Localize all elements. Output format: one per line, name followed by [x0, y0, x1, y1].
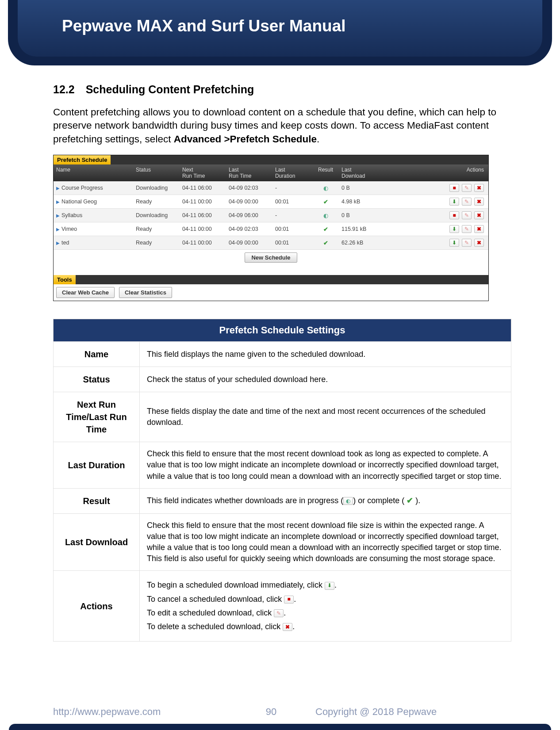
download-icon[interactable]: ⬇	[449, 198, 459, 206]
cell-download: 0 B	[339, 182, 387, 194]
cell-actions: ⬇✎✖	[387, 195, 488, 208]
edit-icon[interactable]: ✎	[462, 198, 472, 206]
cell-actions: ■✎✖	[387, 181, 488, 195]
ss-rows: ▶Course ProgressDownloading04-11 06:0004…	[54, 181, 488, 250]
ss-gap	[54, 265, 488, 275]
page: Pepwave MAX and Surf User Manual 12.2 Sc…	[0, 0, 560, 730]
cell-status: Ready	[133, 223, 180, 235]
edit-icon[interactable]: ✎	[462, 184, 472, 192]
content-area: 12.2 Scheduling Content Prefetching Cont…	[0, 65, 560, 650]
header-banner: Pepwave MAX and Surf User Manual	[18, 0, 542, 57]
cell-download: 0 B	[339, 210, 387, 221]
cell-actions: ⬇✎✖	[387, 222, 488, 236]
cell-actions: ⬇✎✖	[387, 236, 488, 249]
cell-status: Ready	[133, 196, 180, 207]
edit-icon[interactable]: ✎	[462, 211, 472, 219]
page-footer: http://www.pepwave.com 90 Copyright @ 20…	[0, 706, 560, 718]
clear-cache-button[interactable]: Clear Web Cache	[56, 287, 115, 298]
stop-icon[interactable]: ■	[449, 184, 459, 192]
table-row: ▶tedReady04-11 00:0004-09 00:0000:01✔62.…	[54, 236, 488, 250]
cell-status: Downloading	[133, 182, 180, 194]
result-text-b: ) or complete (	[353, 496, 407, 505]
settings-label-name: Name	[54, 342, 140, 367]
cell-download: 115.91 kB	[339, 223, 387, 235]
cell-next: 04-11 00:00	[180, 196, 226, 207]
col-name: Name	[54, 164, 133, 181]
section-heading: 12.2 Scheduling Content Prefetching	[53, 83, 511, 96]
footer-url: http://www.pepwave.com	[53, 706, 245, 718]
ss-title: Prefetch Schedule	[54, 155, 111, 164]
cell-last: 04-09 02:03	[226, 182, 272, 194]
intro-path: Advanced >Prefetch Schedule	[174, 134, 317, 145]
settings-row-status: Status Check the status of your schedule…	[54, 367, 511, 392]
footer-copy: Copyright @ 2018 Pepwave	[298, 706, 507, 718]
intro-paragraph: Content prefetching allows you to downlo…	[53, 106, 511, 146]
section-number: 12.2	[53, 83, 75, 96]
delete-icon[interactable]: ✖	[474, 211, 484, 219]
header-banner-outer: Pepwave MAX and Surf User Manual	[8, 0, 552, 65]
download-icon[interactable]: ⬇	[449, 225, 459, 233]
settings-row-runtime: Next Run Time/Last Run Time These fields…	[54, 392, 511, 442]
cell-name: ▶National Geog	[54, 196, 133, 207]
settings-row-result: Result This field indicates whether down…	[54, 488, 511, 513]
col-actions: Actions	[387, 164, 488, 181]
delete-icon[interactable]: ✖	[474, 239, 484, 247]
stop-icon[interactable]: ■	[449, 211, 459, 219]
cell-last: 04-09 00:00	[226, 196, 272, 207]
result-text-c: ).	[413, 496, 420, 505]
settings-label-lastdur: Last Duration	[54, 442, 140, 489]
settings-desc-lastdur: Check this field to ensure that the most…	[140, 442, 511, 489]
expand-icon[interactable]: ▶	[56, 186, 60, 191]
delete-icon[interactable]: ✖	[474, 198, 484, 206]
cell-dur: 00:01	[272, 196, 312, 207]
settings-desc-result: This field indicates whether downloads a…	[140, 488, 511, 513]
check-icon: ✔	[407, 496, 413, 505]
cell-last: 04-09 02:03	[226, 223, 272, 235]
settings-row-lastdur: Last Duration Check this field to ensure…	[54, 442, 511, 489]
tools-body: Clear Web Cache Clear Statistics	[54, 284, 488, 301]
settings-label-actions: Actions	[54, 571, 140, 642]
settings-desc-runtime: These fields display the date and time o…	[140, 392, 511, 442]
cell-name: ▶Syllabus	[54, 210, 133, 221]
settings-row-actions: Actions To begin a scheduled download im…	[54, 571, 511, 642]
delete-icon[interactable]: ✖	[474, 225, 484, 233]
col-last: LastRun Time	[226, 164, 272, 181]
table-row: ▶SyllabusDownloading04-11 06:0004-09 06:…	[54, 209, 488, 222]
expand-icon[interactable]: ▶	[56, 227, 60, 232]
expand-icon[interactable]: ▶	[56, 199, 60, 204]
cell-result: ◐	[312, 210, 339, 222]
cell-download: 62.26 kB	[339, 237, 387, 248]
edit-icon[interactable]: ✎	[462, 225, 472, 233]
col-dur: LastDuration	[272, 164, 312, 181]
section-title: Scheduling Content Prefetching	[86, 83, 254, 96]
cell-next: 04-11 06:00	[180, 210, 226, 221]
settings-label-lastdl: Last Download	[54, 513, 140, 571]
new-schedule-row: New Schedule	[54, 250, 488, 265]
col-next: NextRun Time	[180, 164, 226, 181]
cell-dur: -	[272, 182, 312, 194]
cell-dur: -	[272, 210, 312, 221]
edit-icon[interactable]: ✎	[462, 239, 472, 247]
delete-icon[interactable]: ✖	[474, 184, 484, 192]
ss-header-row: Name Status NextRun Time LastRun Time La…	[54, 164, 488, 181]
p4: .	[292, 622, 295, 631]
table-row: ▶VimeoReady04-11 00:0004-09 02:0300:01✔1…	[54, 222, 488, 236]
settings-label-result: Result	[54, 488, 140, 513]
cell-name: ▶Vimeo	[54, 223, 133, 235]
cell-result: ✔	[312, 196, 339, 208]
settings-row-lastdl: Last Download Check this field to ensure…	[54, 513, 511, 571]
footer-page: 90	[245, 706, 298, 718]
expand-icon[interactable]: ▶	[56, 213, 60, 218]
col-status: Status	[133, 164, 180, 181]
clear-stats-button[interactable]: Clear Statistics	[119, 287, 172, 298]
download-icon[interactable]: ⬇	[449, 239, 459, 247]
stop-icon: ■	[284, 596, 294, 604]
action-line-2: To cancel a scheduled download, click	[147, 595, 284, 604]
new-schedule-button[interactable]: New Schedule	[245, 252, 297, 263]
p3: .	[284, 608, 286, 617]
col-dl: LastDownload	[339, 164, 387, 181]
expand-icon[interactable]: ▶	[56, 241, 60, 245]
col-result: Result	[312, 164, 339, 181]
settings-title: Prefetch Schedule Settings	[54, 319, 511, 342]
cell-next: 04-11 06:00	[180, 182, 226, 194]
